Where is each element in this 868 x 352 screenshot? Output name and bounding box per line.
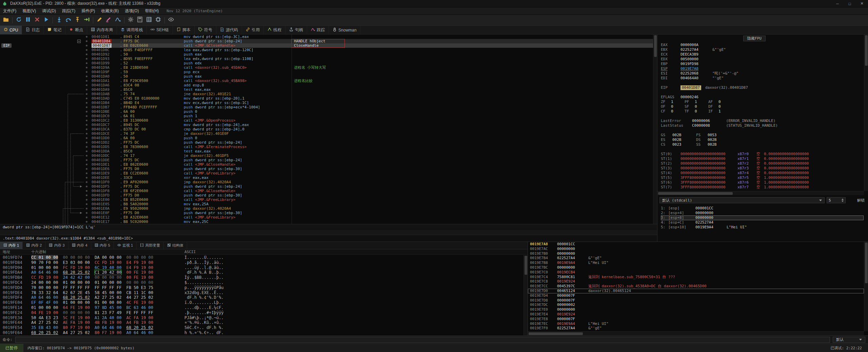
restart-button[interactable] xyxy=(14,16,23,24)
breakpoint-dot[interactable] xyxy=(86,128,87,130)
tab-call-stack[interactable]: 调用堆栈 xyxy=(117,26,147,34)
dump-tab-mem4[interactable]: 内存 4 xyxy=(68,242,91,249)
menu-item-2[interactable]: 调试(D) xyxy=(39,7,59,15)
tab-trace[interactable]: 跟踪 xyxy=(307,26,329,34)
disasm-row[interactable]: 00401DF5.FF75 DCpush dword ptr ss:[ebp-2… xyxy=(0,184,653,189)
watch-button[interactable] xyxy=(166,16,176,24)
stack-row[interactable]: 0019E7C80019E924 xyxy=(528,279,864,284)
disasm-row[interactable]: 00401D9A.E8 21BD0500call <daxxor(32).sub… xyxy=(0,65,653,70)
disasm-row[interactable]: 00401DD5.E8 78300600call <JMP.&Terminate… xyxy=(0,145,653,149)
breakpoint-dot[interactable] xyxy=(86,102,87,104)
breakpoint-dot[interactable] xyxy=(86,137,87,139)
calculator-button[interactable] xyxy=(135,16,144,24)
disasm-row[interactable]: 00401E05.B8 5A020000mov eax,25A xyxy=(0,202,653,206)
st-register-row[interactable]: ST(4)00000000000000000000x87r4空 0.000000… xyxy=(661,171,864,175)
breakpoint-dot[interactable] xyxy=(86,172,87,174)
disasm-row[interactable]: 00401DBE.6A 00push 0 xyxy=(0,109,653,114)
breakpoint-dot[interactable] xyxy=(86,124,87,126)
dump-row[interactable]: 0019FE3450 4A E3 235C FE 19 00A1 2A 40 0… xyxy=(0,315,524,320)
disasm-row[interactable]: 00401DA6.83C4 08add esp,8 xyxy=(0,83,653,87)
tab-source[interactable]: 源代码 xyxy=(216,26,242,34)
register-row[interactable]: EBX022527A4&"'gE" xyxy=(661,47,864,52)
run-button[interactable] xyxy=(42,16,51,24)
breakpoint-dot[interactable] xyxy=(86,89,87,90)
st-register-row[interactable]: ST(5)3FFF8000000000000000x87r5空 1.000000… xyxy=(661,175,864,180)
stack-row[interactable]: 0019E7E000000000 xyxy=(528,307,864,312)
dump-row[interactable]: 0019FD9401 00 00 00FC FD 19 006C 19 40 0… xyxy=(0,265,524,270)
argument-row[interactable]: 4:[esp+C]022527A4 xyxy=(661,220,864,225)
stack-row[interactable]: 0019E7CC0045397C返回到 daxxor(32).sub_4538A… xyxy=(528,284,864,289)
tab-script[interactable]: 脚本 xyxy=(173,26,195,34)
breakpoint-dot[interactable] xyxy=(86,58,87,60)
eflags-row[interactable]: EFLAGS00000246 xyxy=(661,95,864,100)
breakpoint-dot[interactable] xyxy=(86,208,87,209)
dump-tab-mem2[interactable]: 内存 2 xyxy=(23,242,45,249)
breakpoint-dot[interactable] xyxy=(86,164,87,165)
dump-row[interactable]: 0019FE04EF 0F 4F 0001 00 00 0001 00 00 0… xyxy=(0,300,524,305)
step-into-button[interactable] xyxy=(55,16,64,24)
tab-memory-map[interactable]: 内存布局 xyxy=(87,26,117,34)
tab-references[interactable]: 引用 xyxy=(242,26,264,34)
stack-row[interactable]: 0019E7B80019E9A4L"Hei UI" xyxy=(528,261,864,265)
breakpoint-dot[interactable] xyxy=(86,80,87,82)
convention-select[interactable]: 默认 (stdcall) xyxy=(659,197,825,203)
disasm-row[interactable]: 00401DA9.85C0test eax,eax xyxy=(0,87,653,92)
breakpoint-dot[interactable] xyxy=(86,194,87,196)
stack-row[interactable]: 0019E7DC00000002 xyxy=(528,303,864,307)
register-row[interactable]: ECXDEECA3B9 xyxy=(661,52,864,57)
disasm-row[interactable]: 00401DFD.FF75 D0push dword ptr ss:[ebp-3… xyxy=(0,193,653,198)
breakpoint-dot[interactable] xyxy=(86,76,87,77)
dump-row[interactable]: 0019FE2404 FE 19 0000 00 00 0081 23 F7 4… xyxy=(0,310,524,315)
dump-row[interactable]: 0019FDD470 00 00 00FF FF FF FFFF FF FF F… xyxy=(0,285,524,290)
argument-row[interactable]: 5:[esp+10]0019E9A4L"Hei UI" xyxy=(661,225,864,230)
disasm-row[interactable]: 00401DDE.FF75 DCpush dword ptr ss:[ebp-2… xyxy=(0,158,653,162)
disasm-row[interactable]: 00401DF0.E9 AF020000jmp daxxor(32).4020A… xyxy=(0,180,653,184)
command-profile-select[interactable]: 默认 xyxy=(833,337,865,343)
last-error-row[interactable]: LastError00000006 (ERROR_INVALID_HANDLE) xyxy=(661,119,864,123)
breakpoint-dot[interactable] xyxy=(86,98,87,99)
dump-row[interactable]: 0019FE6468 20 25 02A4 27 25 0280 F7 19 0… xyxy=(0,330,524,335)
segment-row[interactable]: ES002BDS002B xyxy=(661,138,864,142)
breakpoint-dot[interactable] xyxy=(86,106,87,108)
breakpoint-dot[interactable] xyxy=(86,133,87,134)
cpu-view-button[interactable] xyxy=(154,16,163,24)
disasm-row[interactable]: 00401DAD.C745 E0 01000000mov dword ptr s… xyxy=(0,96,653,101)
breakpoint-dot[interactable] xyxy=(86,212,87,214)
disasm-row[interactable]: 00401D81.8945 C4mov dword ptr ss:[ebp-3C… xyxy=(0,35,653,39)
stack-row[interactable]: 0019E7C475800C81返回到 kernelbase.sub_75800… xyxy=(528,275,864,279)
breakpoint-dot[interactable] xyxy=(86,186,87,187)
close-button[interactable]: ✕ xyxy=(856,0,868,7)
dump-tab-watch1[interactable]: 监视 1 xyxy=(114,242,137,249)
tab-log[interactable]: 日志 xyxy=(22,26,44,34)
breakpoint-dot[interactable] xyxy=(86,71,87,73)
dump-row[interactable]: 0019FE44A4 27 25 02AE FA 19 004B FB 19 0… xyxy=(0,320,524,325)
maximize-button[interactable]: □ xyxy=(844,0,856,7)
dump-scrollbar[interactable] xyxy=(524,255,528,335)
disasm-row[interactable]: 00401DE1.E8 862E0600call <JMP.&CloseHand… xyxy=(0,162,653,167)
command-input[interactable] xyxy=(15,337,830,343)
disasm-row[interactable]: 00401DD0.6A 00push 0 xyxy=(0,136,653,140)
disasm-row[interactable]: 00401DB4.8B4D E4mov ecx,dword ptr ss:[eb… xyxy=(0,101,653,105)
stop-button[interactable] xyxy=(33,16,42,24)
dump-tab-mem5[interactable]: 内存 5 xyxy=(91,242,114,249)
last-status-row[interactable]: LastStatusC0000008 (STATUS_INVALID_HANDL… xyxy=(661,123,864,128)
preferences-button[interactable] xyxy=(126,16,135,24)
breakpoint-dot[interactable] xyxy=(86,120,87,121)
argument-row[interactable]: 3:[esp+8]00000000 xyxy=(661,215,864,220)
registers-vscrollbar[interactable] xyxy=(864,35,868,191)
collapse-function-icon[interactable]: − xyxy=(77,40,81,43)
memory-map-tool-button[interactable] xyxy=(144,16,154,24)
breakpoint-dot[interactable] xyxy=(86,203,87,205)
register-row-eip[interactable]: EIP00401D87daxxor(32).00401D87 xyxy=(661,85,864,90)
menu-item-3[interactable]: 跟踪(T) xyxy=(59,7,78,15)
tab-seh-chain[interactable]: SEH链 xyxy=(147,26,173,34)
menu-item-4[interactable]: 插件(P) xyxy=(78,7,98,15)
disasm-row[interactable]: 00401DF8.E8 6F2E0600call <JMP.&CloseHand… xyxy=(0,189,653,193)
register-row[interactable]: ESI02252068"咤('=&"'-@" xyxy=(661,71,864,76)
breakpoint-dot[interactable] xyxy=(86,54,87,55)
stack-row[interactable]: 0019E7D40000007F xyxy=(528,293,864,298)
breakpoint-dot[interactable] xyxy=(86,181,87,183)
tab-notes[interactable]: 笔记 xyxy=(44,26,65,34)
dump-row[interactable]: 0019FD8490 70 F0 00E3 03 00 00CC FD 19 0… xyxy=(0,260,524,265)
disasm-row[interactable]: 00401DEE.33C0xor eax,eax xyxy=(0,175,653,180)
